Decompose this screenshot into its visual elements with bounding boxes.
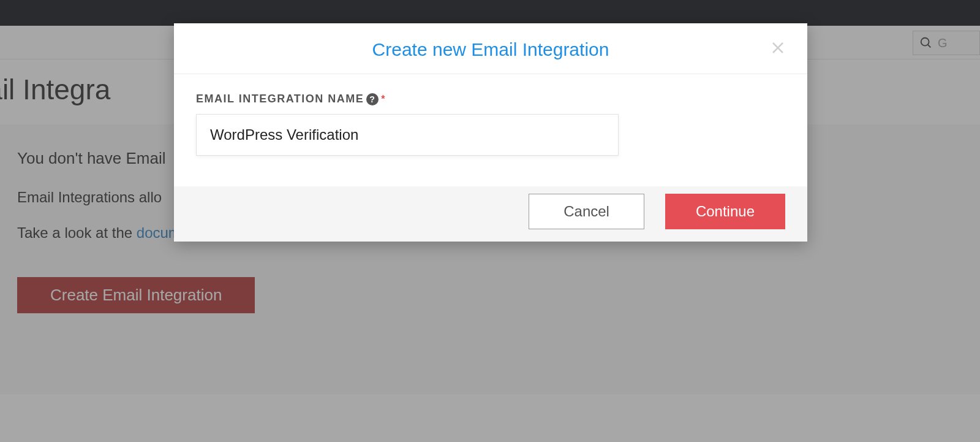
integration-name-input[interactable] xyxy=(196,114,619,156)
modal-footer: Cancel Continue xyxy=(174,186,807,242)
field-label: EMAIL INTEGRATION NAME ? * xyxy=(196,93,785,105)
help-icon[interactable]: ? xyxy=(366,93,379,105)
cancel-button[interactable]: Cancel xyxy=(529,194,644,229)
required-indicator: * xyxy=(381,94,386,105)
modal-header: Create new Email Integration xyxy=(174,23,807,74)
modal-title: Create new Email Integration xyxy=(198,39,783,60)
modal-body: EMAIL INTEGRATION NAME ? * xyxy=(174,74,807,186)
continue-button[interactable]: Continue xyxy=(665,194,785,229)
field-label-text: EMAIL INTEGRATION NAME xyxy=(196,93,364,105)
create-integration-modal: Create new Email Integration EMAIL INTEG… xyxy=(174,23,807,242)
close-icon[interactable] xyxy=(771,40,785,58)
